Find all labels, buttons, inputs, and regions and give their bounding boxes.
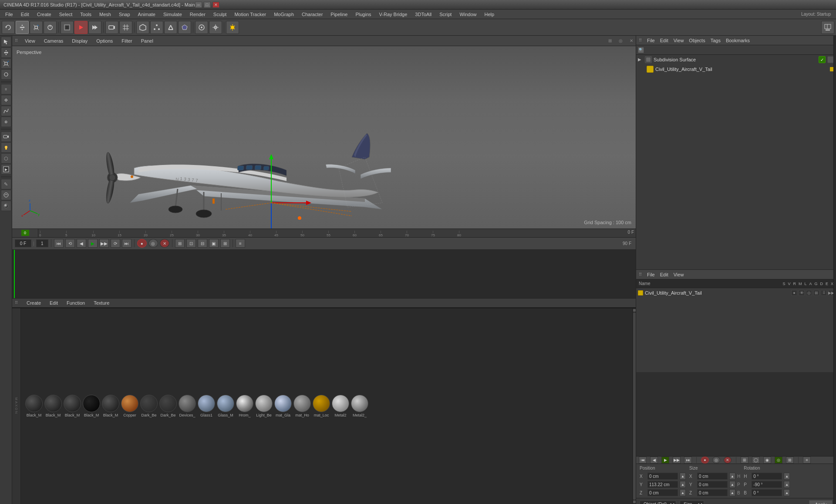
size-x-stepper[interactable]: ▲ [729,473,735,480]
coord-play-rev-btn[interactable]: ◀ [650,457,658,464]
rot-y-stepper[interactable]: ▲ [784,481,790,488]
obj-menu-objects[interactable]: Objects [689,38,705,43]
toolbar-edges[interactable] [164,21,177,34]
left-sculpt2-btn[interactable] [1,190,11,200]
tab-edit[interactable]: Edit [48,299,60,306]
toolbar-grid[interactable] [119,21,132,34]
del-key-btn[interactable]: ✕ [160,239,169,248]
menu-plugins[interactable]: Plugins [352,11,374,18]
pos-z-stepper[interactable]: ▲ [680,489,686,496]
size-mode-dropdown[interactable]: Size Scale [680,501,704,504]
frame-counter[interactable] [36,239,48,247]
menu-3dtoall[interactable]: 3DToAll [411,11,435,18]
material-mat-gla[interactable]: mat_Gla [274,395,292,417]
left-camera-btn[interactable] [1,131,11,142]
material-dark2[interactable]: Dark_Be [159,395,177,417]
menu-render[interactable]: Render [186,11,209,18]
prev-frame-btn[interactable]: ◀ [77,239,86,248]
object-rel-dropdown[interactable]: Object (Rel) World Parent [640,501,676,504]
attr-icon-s[interactable]: ● [791,290,797,296]
toolbar-render[interactable] [74,21,88,34]
menu-edit[interactable]: Edit [17,11,33,18]
toolbar-render-all[interactable] [88,21,101,34]
attr-item-aircraft[interactable]: Civil_Utility_Aircraft_V_Tail ● 👁 ◎ ⊠ ⠿ … [636,288,836,298]
attr-icon-r[interactable]: ◎ [806,290,812,296]
rot-x-input[interactable] [752,473,782,480]
obj-menu-edit[interactable]: Edit [660,38,668,43]
viewport[interactable]: Perspective Grid Spacing : 100 cm [12,46,636,228]
size-z-stepper[interactable]: ▲ [729,489,735,496]
coord-rec-btn[interactable]: ● [701,457,709,464]
coord-mode6-btn[interactable]: ≡ [803,457,811,464]
apply-button[interactable]: Apply [809,500,833,504]
left-nurbs-btn[interactable]: ⊕ [1,117,11,127]
toolbar-scale[interactable] [30,21,43,34]
minimize-button[interactable]: ─ [195,2,202,8]
subdivision-check-tag[interactable]: ✓ [819,56,826,63]
material-metal2b[interactable]: Metal2_ [351,395,368,417]
left-array-btn[interactable]: ❖ [1,95,11,105]
coord-play-btn[interactable]: ⏮ [639,457,647,464]
attr-icon-m[interactable]: ⊠ [813,290,819,296]
material-black4[interactable]: Black_M [83,395,100,417]
maximize-button[interactable]: □ [204,2,211,8]
mode2-btn[interactable]: ⊞ [220,239,230,248]
menu-simulate[interactable]: Simulate [160,11,185,18]
material-hrom[interactable]: Hrom_ [236,395,253,417]
toolbar-move[interactable] [16,21,29,34]
record2-btn[interactable]: ⊟ [198,239,207,248]
material-glass1[interactable]: Glass1 [198,395,215,417]
toolbar-layout-startup[interactable] [821,21,834,34]
coord-mode2-btn[interactable]: ◯ [752,457,760,464]
goto-end-btn[interactable]: ⏭ [122,239,131,248]
size-x-input[interactable] [697,473,728,480]
rot-y-input[interactable] [752,481,782,488]
motion-key-btn[interactable]: ⊞ [175,239,185,248]
obj-menu-tags[interactable]: Tags [711,38,721,43]
viewport-menu-display[interactable]: Display [70,37,89,44]
menu-tools[interactable]: Tools [77,11,95,18]
rot-z-stepper[interactable]: ▲ [784,489,790,496]
tab-create[interactable]: Create [25,299,43,306]
left-spline-btn[interactable] [1,106,11,116]
material-black2[interactable]: Black_M [44,395,62,417]
pos-y-stepper[interactable]: ▲ [680,481,686,488]
coord-mode5-btn[interactable]: ⊠ [786,457,794,464]
materials-scrollbar[interactable] [632,308,636,504]
left-render2-btn[interactable]: ▶ [1,164,11,175]
pos-x-stepper[interactable]: ▲ [680,473,686,480]
tab-function[interactable]: Function [65,299,87,306]
attr-icon-v[interactable]: 👁 [799,290,805,296]
size-y-stepper[interactable]: ▲ [729,481,735,488]
rot-x-stepper[interactable]: ▲ [784,473,790,480]
play-forward-btn[interactable]: ⟳ [111,239,120,248]
coord-end-btn[interactable]: ⏭ [684,457,692,464]
play-reverse-btn[interactable]: ⟲ [65,239,75,248]
dope-btn[interactable]: ≡ [236,239,245,248]
toolbar-camera[interactable] [105,21,118,34]
material-black3[interactable]: Black_M [64,395,81,417]
left-light-btn[interactable] [1,142,11,153]
left-material-btn[interactable] [1,201,11,211]
menu-animate[interactable]: Animate [135,11,159,18]
auto-key-btn[interactable]: ● [137,239,147,248]
toolbar-snap-to[interactable] [209,21,222,34]
coord-delkey-btn[interactable]: ✕ [724,457,732,464]
material-mat-ho[interactable]: mat_Ho [293,395,311,417]
material-black5[interactable]: Black_M [102,395,119,417]
toolbar-snap-enable[interactable] [195,21,208,34]
toolbar-points[interactable] [150,21,163,34]
next-frame-btn[interactable]: ▶▶ [99,239,109,248]
coord-next-btn[interactable]: ▶▶ [673,457,681,464]
toolbar-undo[interactable] [2,21,15,34]
size-y-input[interactable] [697,481,728,488]
attr-menu-edit[interactable]: Edit [660,272,668,277]
left-scale-btn[interactable] [1,58,11,69]
toolbar-rotate[interactable] [44,21,57,34]
material-devices[interactable]: Devices_ [179,395,196,417]
attr-menu-view[interactable]: View [674,272,684,277]
menu-create[interactable]: Create [34,11,55,18]
material-black1[interactable]: Black_M [25,395,43,417]
viewport-menu-panel[interactable]: Panel [139,37,155,44]
toolbar-polygons[interactable] [178,21,191,34]
